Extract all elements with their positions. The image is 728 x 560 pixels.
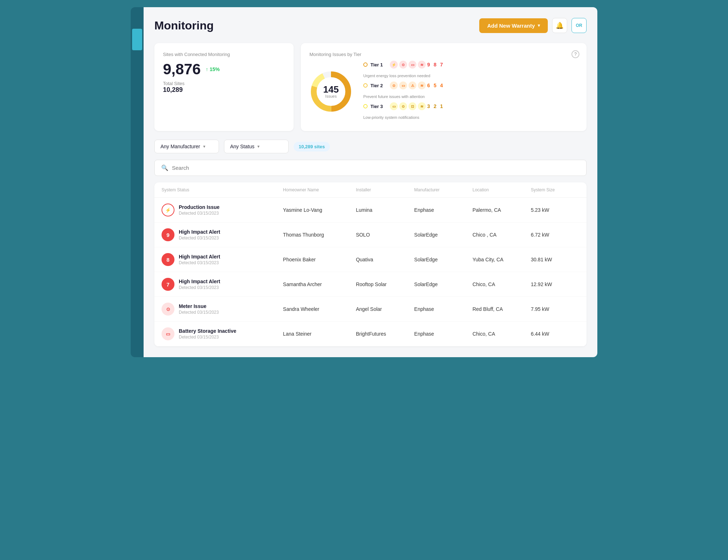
header-right: Add New Warranty ▾ 🔔 OR bbox=[479, 18, 587, 33]
manufacturer-name: Enphase bbox=[414, 331, 472, 337]
tier-3-desc: Low-priority system notifications bbox=[363, 115, 578, 120]
status-chevron-icon: ▾ bbox=[257, 144, 260, 149]
high-impact-icon-7: 7 bbox=[162, 278, 174, 291]
search-input[interactable] bbox=[172, 165, 580, 171]
high-impact-icon-8: 8 bbox=[162, 253, 174, 266]
col-homeowner: Homeowner Name bbox=[283, 187, 356, 192]
tier-1-row: Tier 1 ⚡ ⊙ ▭ ≋ 9 8 7 bbox=[363, 61, 578, 69]
bell-icon: 🔔 bbox=[556, 22, 564, 29]
tier-2-section: Tier 2 ⊙ ▭ ⚠ ≋ 6 5 4 bbox=[363, 81, 578, 99]
donut-number: 145 bbox=[323, 85, 339, 94]
status-cell: ⚡ Production Issue Detected 03/15/2023 bbox=[162, 204, 283, 216]
status-cell: 7 High Impact Alert Detected 03/15/2023 bbox=[162, 278, 283, 291]
tier-2-icon-4: ≋ bbox=[418, 81, 426, 89]
tier-1-section: Tier 1 ⚡ ⊙ ▭ ≋ 9 8 7 bbox=[363, 61, 578, 78]
notification-button[interactable]: 🔔 bbox=[552, 18, 567, 33]
manufacturer-filter-label: Any Manufacturer bbox=[160, 144, 200, 149]
homeowner-name: Sandra Wheeler bbox=[283, 306, 356, 312]
status-info: Meter Issue Detected 03/15/2023 bbox=[179, 303, 219, 315]
tier-1-icons: ⚡ ⊙ ▭ ≋ 9 8 7 bbox=[390, 61, 445, 69]
tier-1-label: Tier 1 bbox=[370, 62, 387, 67]
location: Chico, CA bbox=[472, 331, 531, 337]
installer-name: Lumina bbox=[356, 207, 414, 213]
table-row[interactable]: 7 High Impact Alert Detected 03/15/2023 … bbox=[154, 272, 587, 297]
status-name: High Impact Alert bbox=[179, 254, 220, 260]
search-icon: 🔍 bbox=[161, 164, 168, 171]
status-info: Battery Storage Inactive Detected 03/15/… bbox=[179, 328, 236, 340]
issues-label: Monitoring Issues by Tier bbox=[309, 52, 578, 57]
table-row[interactable]: 9 High Impact Alert Detected 03/15/2023 … bbox=[154, 223, 587, 247]
status-date: Detected 03/15/2023 bbox=[179, 211, 220, 216]
tier-1-count-2: 8 bbox=[434, 62, 439, 67]
tier-2-count-3: 4 bbox=[440, 83, 445, 88]
tier-1-icon-4: ≋ bbox=[418, 61, 426, 69]
system-size: 6.44 kW bbox=[531, 331, 579, 337]
location: Palermo, CA bbox=[472, 207, 531, 213]
table-header: System Status Homeowner Name Installer M… bbox=[154, 182, 587, 198]
production-issue-icon: ⚡ bbox=[162, 204, 174, 216]
sidebar-accent bbox=[132, 29, 142, 50]
system-size: 12.92 kW bbox=[531, 281, 579, 287]
tier-2-count-2: 5 bbox=[434, 83, 439, 88]
issues-card: Monitoring Issues by Tier bbox=[301, 43, 587, 131]
tier-3-label: Tier 3 bbox=[370, 104, 387, 109]
homeowner-name: Phoenix Baker bbox=[283, 257, 356, 262]
meter-issue-icon: ⊙ bbox=[162, 303, 174, 316]
col-manufacturer: Manufacturer bbox=[414, 187, 472, 192]
stat-change: ↑ 15% bbox=[206, 66, 220, 72]
table-row[interactable]: ⚡ Production Issue Detected 03/15/2023 Y… bbox=[154, 198, 587, 223]
manufacturer-name: SolarEdge bbox=[414, 232, 472, 238]
sidebar bbox=[131, 7, 144, 357]
table-row[interactable]: 8 High Impact Alert Detected 03/15/2023 … bbox=[154, 247, 587, 272]
status-info: High Impact Alert Detected 03/15/2023 bbox=[179, 254, 220, 265]
tier-1-dot bbox=[363, 62, 368, 67]
user-avatar[interactable]: OR bbox=[571, 18, 587, 33]
battery-inactive-icon: ▭ bbox=[162, 327, 174, 340]
tier-2-count-1: 6 bbox=[427, 83, 432, 88]
status-name: Battery Storage Inactive bbox=[179, 328, 236, 334]
system-size: 6.72 kW bbox=[531, 232, 579, 238]
status-cell: 8 High Impact Alert Detected 03/15/2023 bbox=[162, 253, 283, 266]
status-filter[interactable]: Any Status ▾ bbox=[224, 140, 289, 153]
add-warranty-label: Add New Warranty bbox=[487, 23, 535, 29]
status-name: Production Issue bbox=[179, 204, 220, 210]
manufacturer-chevron-icon: ▾ bbox=[203, 144, 205, 149]
connected-sites-label: Sites with Connected Monitoring bbox=[163, 52, 285, 57]
tier-1-icon-2: ⊙ bbox=[399, 61, 407, 69]
homeowner-name: Yasmine Lo-Vang bbox=[283, 207, 356, 213]
add-warranty-button[interactable]: Add New Warranty ▾ bbox=[479, 18, 548, 33]
location: Yuba City, CA bbox=[472, 257, 531, 262]
tier-2-dot bbox=[363, 83, 368, 88]
status-filter-label: Any Status bbox=[230, 144, 255, 149]
tier-2-label: Tier 2 bbox=[370, 83, 387, 88]
total-sites-label: Total Sites bbox=[163, 81, 285, 86]
table-row[interactable]: ▭ Battery Storage Inactive Detected 03/1… bbox=[154, 322, 587, 346]
tier-2-row: Tier 2 ⊙ ▭ ⚠ ≋ 6 5 4 bbox=[363, 81, 578, 89]
col-system-size: System Size bbox=[531, 187, 579, 192]
header: Monitoring Add New Warranty ▾ 🔔 OR bbox=[154, 18, 587, 33]
help-icon[interactable]: ? bbox=[571, 50, 579, 58]
col-installer: Installer bbox=[356, 187, 414, 192]
manufacturer-name: SolarEdge bbox=[414, 257, 472, 262]
stats-row: Sites with Connected Monitoring 9,876 ↑ … bbox=[154, 43, 587, 131]
tier-3-icon-2: ⊙ bbox=[399, 102, 407, 110]
location: Chico , CA bbox=[472, 232, 531, 238]
donut-chart: 145 Issues bbox=[309, 70, 353, 113]
location: Red Bluff, CA bbox=[472, 306, 531, 312]
system-size: 30.81 kW bbox=[531, 257, 579, 262]
tier-list: Tier 1 ⚡ ⊙ ▭ ≋ 9 8 7 bbox=[363, 61, 578, 122]
status-cell: ▭ Battery Storage Inactive Detected 03/1… bbox=[162, 327, 283, 340]
total-sites-value: 10,289 bbox=[163, 86, 285, 94]
status-name: High Impact Alert bbox=[179, 229, 220, 235]
filters-row: Any Manufacturer ▾ Any Status ▾ 10,289 s… bbox=[154, 140, 587, 153]
status-info: High Impact Alert Detected 03/15/2023 bbox=[179, 279, 220, 290]
status-name: High Impact Alert bbox=[179, 279, 220, 284]
tier-1-count-1: 9 bbox=[427, 62, 432, 67]
main-content: Monitoring Add New Warranty ▾ 🔔 OR Sites… bbox=[144, 7, 597, 357]
table-row[interactable]: ⊙ Meter Issue Detected 03/15/2023 Sandra… bbox=[154, 297, 587, 322]
tier-1-icon-3: ▭ bbox=[409, 61, 416, 69]
tier-3-count-1: 3 bbox=[427, 103, 432, 109]
manufacturer-filter[interactable]: Any Manufacturer ▾ bbox=[154, 140, 219, 153]
status-info: High Impact Alert Detected 03/15/2023 bbox=[179, 229, 220, 241]
sites-badge: 10,289 sites bbox=[294, 142, 330, 151]
